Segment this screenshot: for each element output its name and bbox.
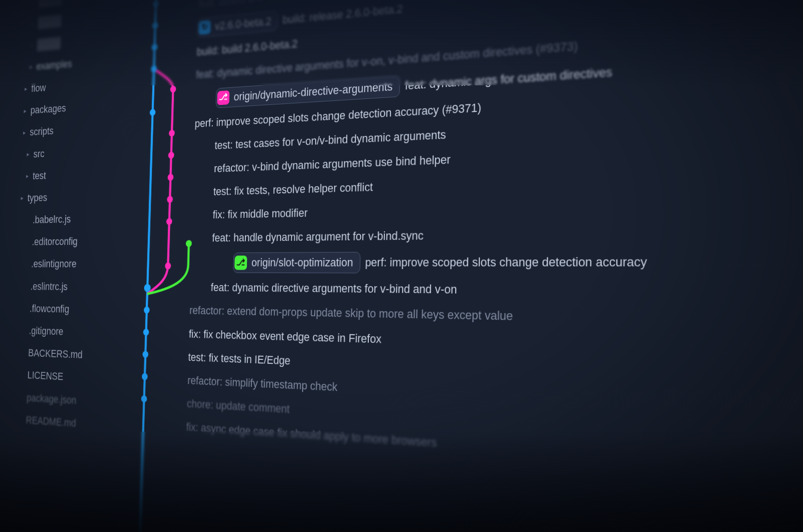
svg-point-7 [150, 109, 156, 116]
svg-point-3 [152, 22, 158, 29]
svg-point-11 [167, 196, 173, 203]
chevron-right-icon: ▸ [25, 149, 31, 159]
svg-point-17 [143, 329, 149, 336]
folder-label: src [33, 145, 45, 162]
file-label: package.json [27, 389, 77, 409]
svg-point-10 [168, 174, 174, 181]
commit-message: refactor: simplify timestamp check [187, 372, 338, 396]
sidebar-file--flowconfig[interactable]: .flowconfig [13, 297, 127, 322]
file-tree: ▸████▸████▸████▸████▸examples▸flow▸packa… [1, 0, 138, 532]
file-label: .flowconfig [30, 300, 70, 318]
folder-label: scripts [30, 122, 54, 140]
commit-message: test: fix tests, resolve helper conflict [213, 178, 373, 200]
svg-point-20 [141, 395, 147, 402]
file-label: BACKERS.md [28, 344, 83, 363]
file-label: LICENSE [27, 367, 63, 385]
sidebar-file--eslintrc-js[interactable]: .eslintrc.js [14, 275, 128, 299]
sidebar-folder-types[interactable]: ▸types [17, 184, 131, 209]
svg-point-6 [170, 86, 176, 93]
sidebar-file--gitignore[interactable]: .gitignore [12, 319, 126, 345]
svg-point-9 [168, 152, 174, 159]
chevron-right-icon: ▸ [28, 61, 34, 72]
sidebar-file--eslintignore[interactable]: .eslintignore [15, 252, 129, 276]
svg-point-12 [166, 218, 172, 225]
branch-icon: ⎇ [234, 255, 247, 270]
svg-point-16 [144, 307, 150, 314]
file-label: .babelrc.js [33, 211, 71, 228]
ref-tag-origin-slot-optimization[interactable]: ⎇origin/slot-optimization [233, 252, 360, 274]
sidebar-file--babelrc-js[interactable]: .babelrc.js [16, 206, 130, 231]
svg-point-18 [143, 351, 149, 358]
ref-label: origin/slot-optimization [251, 253, 353, 272]
git-log-panel: build: build 2.6.0-beta.3build: fix feat… [117, 0, 803, 532]
chevron-right-icon: ▸ [22, 105, 28, 116]
chevron-right-icon: ▸ [19, 193, 25, 203]
file-label: .editorconfig [32, 233, 78, 250]
commit-row[interactable]: ⎇origin/slot-optimizationperf: improve s… [191, 244, 803, 280]
commit-message: feat: dynamic directive arguments for v-… [210, 279, 457, 299]
folder-label: types [27, 189, 47, 206]
commit-message: feat: handle dynamic argument for v-bind… [212, 226, 424, 246]
file-label: .eslintrc.js [30, 278, 68, 295]
chevron-right-icon: ▸ [23, 83, 29, 94]
sidebar-folder-test[interactable]: ▸test [18, 161, 131, 187]
svg-point-14 [165, 262, 171, 270]
sidebar-file--editorconfig[interactable]: .editorconfig [15, 229, 129, 253]
commit-message: perf: improve scoped slots change detect… [365, 252, 647, 273]
folder-label: examples [36, 55, 72, 75]
chevron-right-icon: ▸ [22, 127, 27, 138]
folder-label: test [33, 167, 47, 184]
svg-point-4 [152, 44, 158, 51]
file-label: .eslintignore [31, 255, 77, 273]
folder-label: flow [31, 79, 46, 97]
svg-point-2 [153, 0, 159, 8]
svg-point-13 [186, 240, 192, 247]
folder-label: packages [30, 100, 66, 118]
file-label: .gitignore [29, 322, 64, 340]
file-label: README.md [26, 412, 76, 432]
commit-message: chore: update comment [187, 395, 290, 418]
svg-point-19 [142, 373, 148, 380]
svg-point-8 [169, 129, 175, 137]
commit-message: refactor: extend dom-props update skip t… [189, 302, 513, 326]
chevron-right-icon: ▸ [25, 171, 30, 181]
